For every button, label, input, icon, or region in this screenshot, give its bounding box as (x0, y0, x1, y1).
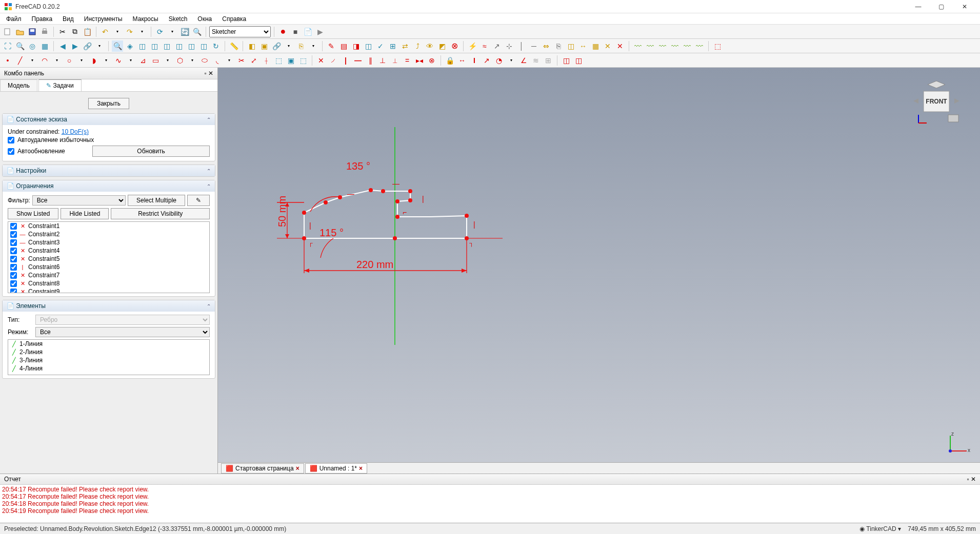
paste-icon[interactable]: 📋 (82, 26, 93, 37)
select-redundant-icon[interactable]: ≈ (479, 40, 490, 52)
constraint-checkbox[interactable] (10, 289, 17, 294)
collapse-icon[interactable]: ⌃ (207, 117, 211, 122)
bottom-icon[interactable]: ◫ (186, 40, 197, 52)
coincident-icon[interactable]: ✕ (315, 55, 327, 66)
play-icon[interactable]: ▶ (314, 26, 326, 37)
save-icon[interactable] (27, 26, 38, 37)
lock-icon[interactable]: 🔒 (444, 55, 455, 66)
menu-tools[interactable]: Инструменты (80, 14, 127, 24)
construction-icon[interactable]: ⬚ (297, 55, 309, 66)
hide-listed-button[interactable]: Hide Listed (61, 208, 109, 219)
sketch-map-icon[interactable]: ◨ (350, 40, 362, 52)
menu-windows[interactable]: Окна (193, 14, 216, 24)
rotate-icon[interactable]: ↻ (210, 40, 222, 52)
polygon-icon[interactable]: ⬡ (174, 55, 186, 66)
bspline-icon[interactable]: ∿ (113, 55, 124, 66)
point-icon[interactable]: • (2, 55, 13, 66)
constraints-header[interactable]: 📄 Ограничения ⌃ (3, 180, 215, 192)
line-menu-icon[interactable]: ▾ (27, 55, 38, 66)
activate-icon[interactable]: ◫ (573, 55, 584, 66)
select-origin-icon[interactable]: ⊹ (504, 40, 515, 52)
update-button[interactable]: Обновить (92, 146, 210, 157)
sketch-new-icon[interactable]: ✎ (326, 40, 337, 52)
tangent-icon[interactable]: ⟂ (389, 55, 401, 66)
sketch-mirror-icon[interactable]: ⇄ (399, 40, 411, 52)
sketch-section-icon[interactable]: ◩ (436, 40, 448, 52)
sketch-merge-icon[interactable]: ⊞ (387, 40, 398, 52)
menu-view[interactable]: Вид (58, 14, 78, 24)
horizontal-icon[interactable]: — (352, 55, 364, 66)
toggle-driving-icon[interactable]: ◫ (561, 55, 572, 66)
report-controls[interactable]: ▫ ✕ (967, 476, 976, 483)
constraint-checkbox[interactable] (10, 239, 17, 246)
rect-menu-icon[interactable]: ▾ (162, 55, 173, 66)
redo-menu-icon[interactable]: ▾ (136, 26, 148, 37)
circle-menu-icon[interactable]: ▾ (76, 55, 87, 66)
group-icon[interactable]: ▣ (258, 40, 270, 52)
menu-sketch[interactable]: Sketch (165, 14, 192, 24)
conic-icon[interactable]: ◗ (88, 55, 99, 66)
bspline-menu-icon[interactable]: ▾ (125, 55, 136, 66)
select-haxis-icon[interactable]: ─ (528, 40, 539, 52)
line-icon[interactable]: ╱ (14, 55, 26, 66)
menu-file[interactable]: Файл (2, 14, 26, 24)
elements-list[interactable]: ╱1-Линия ╱2-Линия ╱3-Линия ╱4-Линия (8, 339, 210, 375)
extend-icon[interactable]: ⤢ (248, 55, 259, 66)
parallel-icon[interactable]: ∥ (365, 55, 376, 66)
link-icon[interactable]: 🔗 (82, 40, 93, 52)
left-icon[interactable]: ◫ (198, 40, 209, 52)
iso-icon[interactable]: ◈ (124, 40, 135, 52)
polygon-menu-icon[interactable]: ▾ (187, 55, 198, 66)
list-item[interactable]: ✕Constraint9 (8, 287, 209, 293)
maximize-button[interactable]: ▢ (930, 1, 953, 13)
slot-icon[interactable]: ⬭ (199, 55, 210, 66)
vdist-icon[interactable]: I (469, 55, 480, 66)
measure-icon[interactable]: 📏 (228, 40, 239, 52)
nav-left-icon[interactable]: ◀ (57, 40, 68, 52)
select-vaxis-icon[interactable]: │ (516, 40, 527, 52)
snell-icon[interactable]: ≋ (530, 55, 542, 66)
refresh-icon[interactable]: ⟳ (154, 26, 166, 37)
fillet-menu-icon[interactable]: ▾ (224, 55, 235, 66)
tab-tasks[interactable]: ✎ Задачи (38, 79, 82, 91)
bspline-dec-icon[interactable]: 〰 (669, 40, 681, 52)
list-item[interactable]: ╱3-Линия (8, 356, 209, 364)
draw-style-icon[interactable]: ◎ (27, 40, 38, 52)
list-item[interactable]: ✕Constraint1 (8, 222, 209, 230)
fit-sel-icon[interactable]: 🔍 (14, 40, 26, 52)
polyline-icon[interactable]: ⊿ (137, 55, 149, 66)
refresh-menu-icon[interactable]: ▾ (167, 26, 178, 37)
rectangular-icon[interactable]: ▦ (590, 40, 601, 52)
symmetry-icon[interactable]: ⇔ (541, 40, 552, 52)
remove-align-icon[interactable]: ✕ (602, 40, 613, 52)
angle-icon[interactable]: ∠ (518, 55, 529, 66)
doc-tab-start[interactable]: 🟥 Стартовая страница × (221, 463, 304, 474)
new-icon[interactable] (2, 26, 13, 37)
delete-constraints-icon[interactable]: ✕ (614, 40, 626, 52)
zoom-in-icon[interactable]: 🔍 (112, 40, 123, 52)
stop-icon[interactable]: ■ (290, 26, 301, 37)
close-icon[interactable]: × (296, 465, 299, 472)
arc-icon[interactable]: ◠ (39, 55, 50, 66)
point-on-icon[interactable]: ⟋ (328, 55, 339, 66)
list-item[interactable]: —Constraint2 (8, 230, 209, 238)
sketch-edit-icon[interactable]: ▤ (338, 40, 349, 52)
list-item[interactable]: |Constraint6 (8, 263, 209, 271)
menu-macros[interactable]: Макросы (129, 14, 163, 24)
select-conflicting-icon[interactable]: ⚡ (467, 40, 478, 52)
bounding-icon[interactable]: ▦ (39, 40, 50, 52)
collapse-icon[interactable]: ⌃ (207, 303, 211, 309)
top-icon[interactable]: ◫ (149, 40, 160, 52)
restrict-visibility-button[interactable]: Restrict Visibility (111, 208, 210, 219)
perpendicular-icon[interactable]: ⊥ (377, 55, 388, 66)
show-listed-button[interactable]: Show Listed (8, 208, 58, 219)
bspline-degree-icon[interactable]: 〰 (632, 40, 644, 52)
internal-align-icon[interactable]: ⊞ (543, 55, 554, 66)
select-elements-icon[interactable]: ↗ (491, 40, 503, 52)
sketch-view-icon[interactable]: 👁 (424, 40, 435, 52)
symmetric-icon[interactable]: ▸◂ (414, 55, 425, 66)
menu-edit[interactable]: Правка (28, 14, 57, 24)
list-item[interactable]: ✕Constraint7 (8, 271, 209, 279)
link-actions-icon[interactable]: ⎘ (295, 40, 307, 52)
circle-icon[interactable]: ○ (64, 55, 75, 66)
